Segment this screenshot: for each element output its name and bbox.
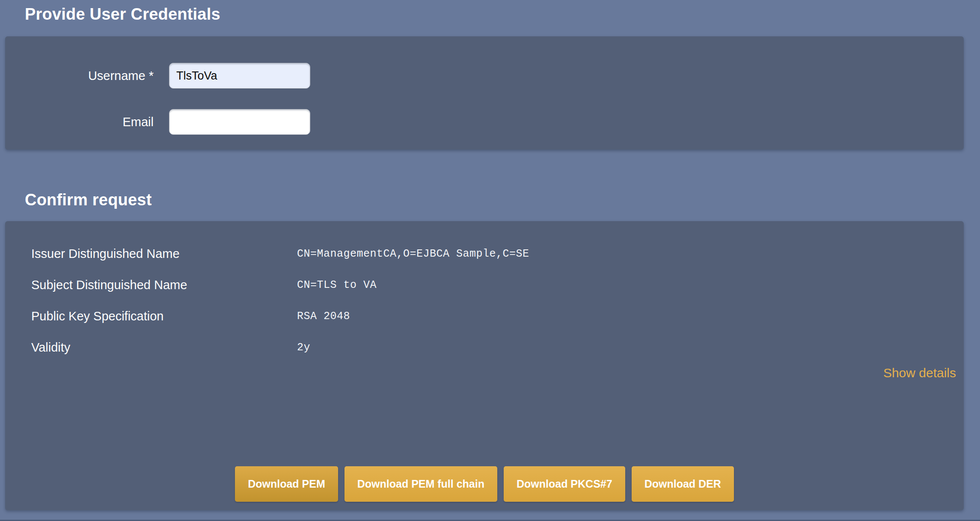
- download-pem-button[interactable]: Download PEM: [235, 466, 338, 502]
- public-key-spec-value: RSA 2048: [297, 310, 350, 323]
- show-details-link[interactable]: Show details: [883, 366, 956, 380]
- download-pkcs7-button[interactable]: Download PKCS#7: [504, 466, 625, 502]
- enrollment-page: Provide User Credentials Username * Emai…: [0, 0, 980, 521]
- public-key-spec-label: Public Key Specification: [5, 309, 297, 323]
- confirm-request-title: Confirm request: [25, 191, 980, 209]
- issuer-dn-label: Issuer Distinguished Name: [5, 247, 297, 261]
- subject-dn-label: Subject Distinguished Name: [5, 278, 297, 292]
- download-pem-full-chain-button[interactable]: Download PEM full chain: [344, 466, 497, 502]
- detail-row-validity: Validity 2y: [5, 332, 964, 363]
- validity-label: Validity: [5, 340, 297, 355]
- detail-row-issuer-dn: Issuer Distinguished Name CN=ManagementC…: [5, 238, 964, 269]
- subject-dn-value: CN=TLS to VA: [297, 279, 377, 291]
- credentials-panel: Username * Email: [5, 36, 964, 150]
- issuer-dn-value: CN=ManagementCA,O=EJBCA Sample,C=SE: [297, 248, 529, 260]
- detail-row-public-key-spec: Public Key Specification RSA 2048: [5, 301, 964, 332]
- provide-user-credentials-title: Provide User Credentials: [25, 0, 980, 24]
- email-row: Email: [5, 109, 964, 135]
- download-der-button[interactable]: Download DER: [632, 466, 734, 502]
- show-details-row: Show details: [5, 366, 964, 380]
- email-input[interactable]: [169, 109, 310, 135]
- confirm-request-panel: Issuer Distinguished Name CN=ManagementC…: [5, 221, 964, 510]
- username-row: Username *: [5, 63, 964, 89]
- validity-value: 2y: [297, 341, 310, 354]
- username-label: Username *: [5, 69, 154, 83]
- username-input[interactable]: [169, 63, 310, 89]
- detail-row-subject-dn: Subject Distinguished Name CN=TLS to VA: [5, 269, 964, 301]
- download-button-row: Download PEM Download PEM full chain Dow…: [5, 466, 964, 502]
- email-label: Email: [5, 115, 154, 129]
